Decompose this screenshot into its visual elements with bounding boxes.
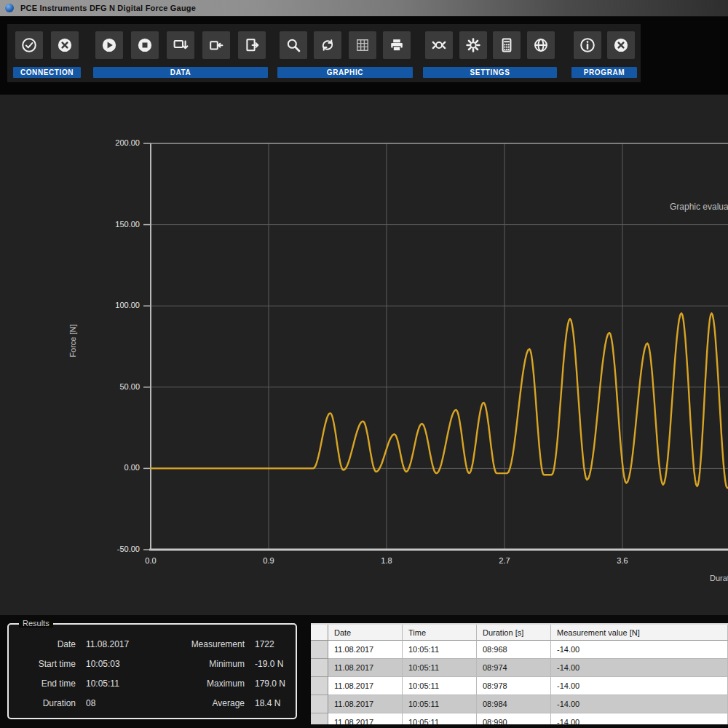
print-button[interactable] <box>383 31 411 59</box>
results-right-label: Measurement <box>167 639 255 649</box>
measurement-table[interactable]: DateTimeDuration [s]Measurement value [N… <box>311 623 728 724</box>
calculator-icon <box>498 36 515 54</box>
table-column-header[interactable]: Time <box>403 625 477 641</box>
table-cell: 08:990 <box>477 713 551 724</box>
window-title: PCE Instruments DFG N Digital Force Gaug… <box>20 4 196 12</box>
info-button[interactable] <box>574 31 601 59</box>
y-tick-label: -50.00 <box>80 545 140 553</box>
y-tick-label: 0.00 <box>80 463 140 472</box>
app-window: PCE Instruments DFG N Digital Force Gaug… <box>0 0 728 728</box>
x-tick-label: 2.7 <box>483 556 526 565</box>
table-row[interactable]: 11.08.201710:05:1108:990-14.00 <box>311 713 728 724</box>
results-right-label: Maximum <box>167 678 255 689</box>
table-cell: 11.08.2017 <box>328 695 403 713</box>
x-axis-label: Duration [s] <box>710 574 728 582</box>
bottom-panel: Results Date11.08.2017Measurement1722Sta… <box>0 615 728 728</box>
device-settings-button[interactable] <box>493 31 521 59</box>
x-circle-icon <box>56 36 74 54</box>
y-tick-label: 50.00 <box>80 382 140 391</box>
table-cell: 10:05:11 <box>403 713 477 724</box>
row-header-cell[interactable] <box>311 659 328 677</box>
exit-button[interactable] <box>607 31 635 59</box>
results-legend: Results <box>19 619 53 628</box>
play-circle-icon <box>100 36 118 54</box>
table-cell: 11.08.2017 <box>328 641 403 659</box>
read-device-button[interactable] <box>202 31 230 59</box>
results-right-value: -19.0 N <box>255 659 291 669</box>
table-column-header[interactable]: Duration [s] <box>477 625 551 641</box>
results-left-value: 08 <box>86 698 167 708</box>
zoom-button[interactable] <box>280 31 307 59</box>
table-cell: 08:978 <box>477 677 551 695</box>
results-right-label: Minimum <box>167 659 255 669</box>
toolbar-group-program: PROGRAM <box>571 24 637 78</box>
titlebar[interactable]: PCE Instruments DFG N Digital Force Gaug… <box>0 0 728 17</box>
table-cell: 11.08.2017 <box>328 677 403 695</box>
x-tick-label: 3.6 <box>601 556 644 565</box>
table-cell: 08:984 <box>477 695 551 713</box>
x-tick-label: 0.9 <box>247 556 290 565</box>
y-tick-label: 100.00 <box>80 301 140 309</box>
disconnect-button[interactable] <box>51 31 79 59</box>
toolbar-group-graphic: GRAPHIC <box>277 24 413 78</box>
results-right-label: Average <box>167 698 255 708</box>
toolbar-group-label: PROGRAM <box>571 67 637 78</box>
results-left-value: 10:05:03 <box>86 659 167 669</box>
stop-circle-icon <box>136 36 154 54</box>
table-row[interactable]: 11.08.201710:05:1108:978-14.00 <box>311 677 728 695</box>
gear-icon <box>464 36 482 54</box>
printer-icon <box>388 36 405 54</box>
table-cell: 10:05:11 <box>403 641 477 659</box>
row-header-cell[interactable] <box>311 713 328 724</box>
table-row[interactable]: 11.08.201710:05:1108:984-14.00 <box>311 695 728 713</box>
refresh-button[interactable] <box>314 31 341 59</box>
info-circle-icon <box>579 36 596 54</box>
y-axis-label: Force [N] <box>68 310 77 371</box>
connect-button[interactable] <box>15 31 43 59</box>
table-row[interactable]: 11.08.201710:05:1108:968-14.00 <box>311 641 728 659</box>
calibrate-icon <box>430 36 448 54</box>
stop-measurement-button[interactable] <box>131 31 159 59</box>
table-row[interactable]: 11.08.201710:05:1108:974-14.00 <box>311 659 728 677</box>
toolbar-group-label: CONNECTION <box>13 67 81 78</box>
x-tick-label: 0.0 <box>129 556 173 565</box>
results-left-label: Start time <box>13 659 86 669</box>
toolbar: CONNECTIONDATAGRAPHICSETTINGSPROGRAM <box>7 24 641 82</box>
table-cell: 11.08.2017 <box>328 713 403 724</box>
check-circle-icon <box>20 36 38 54</box>
settings-button[interactable] <box>459 31 487 59</box>
chart-title: Graphic evaluation <box>670 202 728 212</box>
table-cell: 08:974 <box>477 659 551 677</box>
app-icon <box>5 4 14 12</box>
y-tick-label: 150.00 <box>80 220 140 229</box>
row-header-cell[interactable] <box>311 677 328 695</box>
x-tick-label: 1.8 <box>365 556 408 565</box>
refresh-icon <box>319 36 336 54</box>
grid-icon <box>354 36 371 54</box>
results-left-label: Date <box>13 639 86 649</box>
language-button[interactable] <box>527 31 555 59</box>
table-cell: 08:968 <box>477 641 551 659</box>
chart-panel: Graphic evaluation Force [N] Duration [s… <box>0 95 728 615</box>
toolbar-group-settings: SETTINGS <box>423 24 557 78</box>
calibration-button[interactable] <box>425 31 453 59</box>
results-right-value: 18.4 N <box>255 698 291 708</box>
table-column-header[interactable]: Measurement value [N] <box>551 625 728 641</box>
start-measurement-button[interactable] <box>95 31 123 59</box>
results-left-label: End time <box>13 678 86 689</box>
table-cell: 10:05:11 <box>403 677 477 695</box>
table-column-header[interactable]: Date <box>328 625 403 641</box>
save-data-button[interactable] <box>167 31 194 59</box>
row-header-cell[interactable] <box>311 695 328 713</box>
results-right-value: 1722 <box>255 639 291 649</box>
force-chart <box>0 95 728 615</box>
table-cell: 10:05:11 <box>403 695 477 713</box>
table-corner-cell <box>311 625 328 641</box>
y-tick-label: 200.00 <box>80 138 140 147</box>
toolbar-group-label: SETTINGS <box>423 67 557 78</box>
grid-button[interactable] <box>349 31 376 59</box>
row-header-cell[interactable] <box>311 641 328 659</box>
results-groupbox: Results Date11.08.2017Measurement1722Sta… <box>7 623 297 719</box>
toolbar-group-connection: CONNECTION <box>13 24 81 78</box>
export-data-button[interactable] <box>238 31 266 59</box>
